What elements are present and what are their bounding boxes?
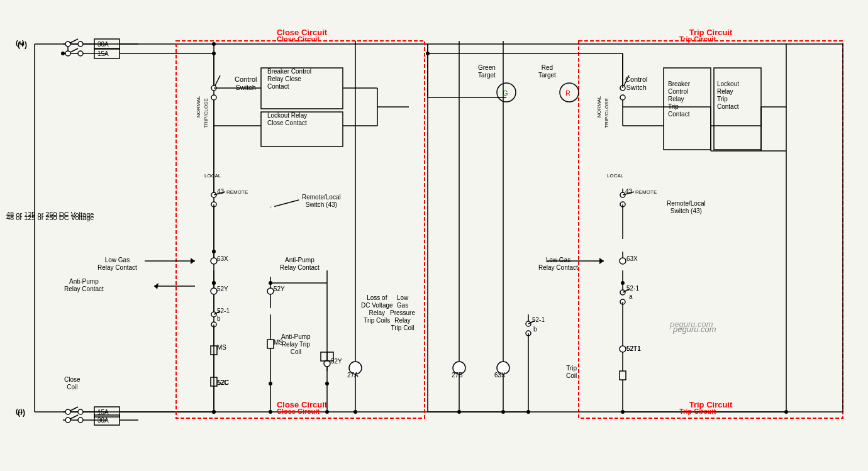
- plus-label: (+): [16, 39, 25, 47]
- watermark: peguru.com: [673, 324, 716, 334]
- minus-label: (-): [16, 407, 23, 416]
- lockout-relay-close-label: Lockout RelayClose Contact: [267, 112, 307, 127]
- close-circuit-bottom-label: Close Circuit: [277, 407, 320, 416]
- close-coil-label: CloseCoil: [64, 376, 81, 391]
- lockout-relay-trip-label: LockoutRelayTripContact: [717, 80, 739, 111]
- loss-dc-label: Loss ofDC VoltageRelayTrip Coils: [361, 294, 393, 324]
- breaker-control-relay-close-label: Breaker ControlRelay CloseContact: [267, 68, 311, 91]
- dc-voltage-label: 48 or 125 or 250 DC Voltage: [6, 214, 94, 222]
- remote-local-switch-left-label: Remote/LocalSwitch (43): [302, 194, 341, 209]
- anti-pump-relay-left-label: Anti-PumpRelay Contact: [64, 278, 104, 293]
- trip-coil-label: TripCoil: [566, 365, 577, 380]
- breaker-control-relay-trip-label: BreakerControlRelayTripContact: [668, 80, 690, 118]
- remote-local-switch-right-label: Remote/LocalSwitch (43): [667, 200, 706, 215]
- anti-pump-relay-trip-label: Anti-PumpRelay TripCoil: [281, 333, 311, 356]
- trip-circuit-top-label: Trip Circuit: [679, 35, 716, 43]
- low-gas-pressure-label: LowGasPressureRelayTrip Coil: [390, 294, 415, 332]
- control-switch-left-label: ControlSwitch: [235, 75, 257, 92]
- green-target-label: GreenTarget: [478, 64, 496, 79]
- red-target-label: RedTarget: [538, 64, 556, 79]
- low-gas-relay-right-label: Low GasRelay Contact: [538, 257, 578, 272]
- low-gas-relay-left-label: Low GasRelay Contact: [97, 257, 137, 272]
- trip-circuit-bottom-label: Trip Circuit: [679, 407, 716, 416]
- close-circuit-top-label: Close Circuit: [277, 35, 320, 43]
- anti-pump-relay-top-label: Anti-PumpRelay Contact: [280, 257, 320, 272]
- control-switch-right-label: ControlSwitch: [625, 75, 647, 92]
